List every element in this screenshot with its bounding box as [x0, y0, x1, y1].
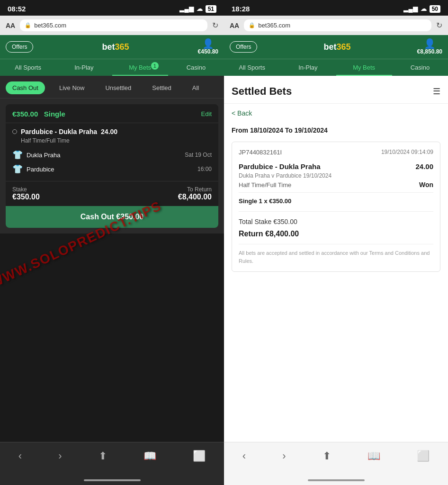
- left-browser-bar: AA 🔒 bet365.com ↻: [0, 16, 224, 35]
- left-edit-button[interactable]: Edit: [201, 110, 212, 117]
- right-nav-in-play[interactable]: In-Play: [280, 59, 336, 76]
- left-bookmarks-button[interactable]: 📖: [136, 448, 164, 464]
- left-account-area[interactable]: 👤 €450.80: [198, 39, 218, 55]
- left-account-icon: 👤: [202, 39, 214, 48]
- left-bottom-nav: ‹ › ⬆ 📖 ⬜: [0, 442, 224, 476]
- settled-bets-header: Settled Bets ☰: [224, 76, 448, 104]
- left-nav-in-play[interactable]: In-Play: [56, 59, 112, 76]
- left-wifi-icon: ☁: [197, 5, 203, 12]
- right-status-bar: 18:28 ▂▄▆ ☁ 50: [224, 0, 448, 16]
- return-label-big: Return €8,400.00: [239, 230, 299, 238]
- settled-match-name: Pardubice - Dukla Praha: [239, 162, 321, 171]
- left-forward-button[interactable]: ›: [51, 448, 69, 464]
- left-account-balance: €450.80: [198, 48, 218, 55]
- bet-date-time: 19/10/2024 09:14:09: [381, 149, 433, 155]
- left-bet365-logo: bet365: [102, 43, 129, 52]
- left-shirt1-icon: 👕: [12, 150, 23, 160]
- left-team1-name: Dukla Praha: [27, 152, 61, 159]
- right-account-area[interactable]: 👤 €8,850.80: [417, 39, 442, 55]
- right-content-area: Settled Bets ☰ < Back From 18/10/2024 To…: [224, 76, 448, 442]
- right-account-icon: 👤: [424, 39, 436, 48]
- left-home-indicator: [0, 476, 224, 485]
- left-odds: 24.00: [101, 128, 117, 135]
- left-time: 08:52: [8, 5, 26, 13]
- right-nav-all-sports[interactable]: All Sports: [224, 59, 280, 76]
- left-match-circle: [12, 129, 17, 134]
- left-match-time: 16:00: [197, 166, 212, 172]
- right-wifi-icon: ☁: [421, 5, 427, 12]
- right-home-indicator: [224, 476, 448, 485]
- settled-match-row: Pardubice - Dukla Praha 24.00: [239, 162, 433, 171]
- right-url-text: bet365.com: [258, 22, 290, 29]
- filter-settled[interactable]: Settled: [145, 81, 178, 94]
- left-share-button[interactable]: ⬆: [91, 448, 115, 464]
- left-cashout-button[interactable]: Cash Out €350.00: [6, 206, 218, 228]
- settled-sub: Dukla Praha v Pardubice 19/10/2024: [239, 172, 433, 179]
- left-logo-bet: bet: [102, 42, 115, 52]
- date-range: From 18/10/2024 To 19/10/2024: [224, 123, 448, 142]
- left-status-bar: 08:52 ▂▄▆ ☁ 51: [0, 0, 224, 16]
- left-match-date: Sat 19 Oct: [185, 152, 212, 158]
- left-return-val: €8,400.00: [178, 193, 212, 201]
- left-stake-label: Stake: [12, 186, 40, 193]
- left-teams-row-1: 👕 Dukla Praha Sat 19 Oct: [12, 148, 212, 162]
- left-team2-name: Pardubice: [27, 166, 54, 173]
- right-bookmarks-button[interactable]: 📖: [360, 448, 388, 464]
- left-content-wrap: Cash Out Live Now Unsettled Settled All …: [0, 76, 224, 442]
- right-offers-button[interactable]: Offers: [230, 41, 257, 53]
- left-nav-all-sports[interactable]: All Sports: [0, 59, 56, 76]
- left-offers-button[interactable]: Offers: [6, 41, 33, 53]
- total-stake-row: Total Stake €350.00: [239, 211, 433, 226]
- right-account-balance: €8,850.80: [417, 48, 442, 55]
- left-return-area: To Return €8,400.00: [178, 186, 212, 201]
- left-shirt2-icon: 👕: [12, 164, 23, 174]
- right-nav-casino[interactable]: Casino: [392, 59, 448, 76]
- left-bet-detail: Pardubice - Dukla Praha 24.00 Half Time/…: [6, 123, 218, 181]
- left-nav-my-bets[interactable]: My Bets 1: [112, 59, 168, 76]
- filter-cashout[interactable]: Cash Out: [6, 81, 45, 94]
- right-url-bar[interactable]: 🔒 bet365.com: [244, 19, 431, 31]
- left-logo-365: 365: [115, 42, 129, 52]
- filter-live-now[interactable]: Live Now: [53, 81, 91, 94]
- right-share-button[interactable]: ⬆: [315, 448, 339, 464]
- filter-all[interactable]: All: [186, 81, 206, 94]
- left-content-area: Cash Out Live Now Unsettled Settled All …: [0, 76, 224, 234]
- right-forward-button[interactable]: ›: [275, 448, 293, 464]
- left-match-name: Pardubice - Dukla Praha: [21, 128, 97, 135]
- filter-unsettled[interactable]: Unsettled: [99, 81, 138, 94]
- left-back-button[interactable]: ‹: [11, 448, 29, 464]
- left-nav-bar: All Sports In-Play My Bets 1 Casino: [0, 59, 224, 76]
- left-tabs-button[interactable]: ⬜: [185, 448, 213, 464]
- left-phone: 08:52 ▂▄▆ ☁ 51 AA 🔒 bet365.com ↻ Offers …: [0, 0, 224, 485]
- right-home-bar: [308, 479, 365, 481]
- left-aa-text[interactable]: AA: [6, 22, 15, 29]
- menu-icon[interactable]: ☰: [433, 86, 440, 97]
- right-bet365-header: Offers bet365 👤 €8,850.80: [224, 35, 448, 59]
- right-aa-text[interactable]: AA: [230, 22, 239, 29]
- left-market-type: Half Time/Full Time: [21, 137, 212, 144]
- right-browser-bar: AA 🔒 bet365.com ↻: [224, 16, 448, 35]
- right-bottom-nav: ‹ › ⬆ 📖 ⬜: [224, 442, 448, 476]
- settled-market-row: Half Time/Full Time Won: [239, 181, 433, 189]
- right-back-button[interactable]: ‹: [235, 448, 253, 464]
- right-phone: 18:28 ▂▄▆ ☁ 50 AA 🔒 bet365.com ↻ Offers …: [224, 0, 448, 485]
- back-link[interactable]: < Back: [224, 104, 448, 123]
- right-logo-365: 365: [337, 42, 351, 52]
- left-match-time-text: 16:00: [197, 166, 212, 172]
- right-refresh-button[interactable]: ↻: [436, 21, 442, 30]
- left-home-bar: [84, 479, 141, 481]
- left-signal-icon: ▂▄▆: [179, 5, 193, 12]
- left-lock-icon: 🔒: [25, 22, 31, 28]
- left-refresh-button[interactable]: ↻: [212, 21, 218, 30]
- left-stake-area: Stake €350.00: [12, 186, 40, 201]
- left-filter-tabs: Cash Out Live Now Unsettled Settled All: [0, 76, 224, 99]
- total-stake-label: Total Stake €350.00: [239, 218, 297, 225]
- left-url-bar[interactable]: 🔒 bet365.com: [20, 19, 207, 31]
- right-nav-my-bets[interactable]: My Bets: [336, 59, 392, 76]
- right-tabs-button[interactable]: ⬜: [409, 448, 437, 464]
- bet-id: JP7440832161I: [239, 149, 282, 156]
- left-stake-row: Stake €350.00 To Return €8,400.00: [6, 181, 218, 204]
- left-bet-card: €350.00 Single Edit Pardubice - Dukla Pr…: [6, 104, 218, 228]
- settled-odds: 24.00: [415, 162, 433, 171]
- left-nav-casino[interactable]: Casino: [168, 59, 224, 76]
